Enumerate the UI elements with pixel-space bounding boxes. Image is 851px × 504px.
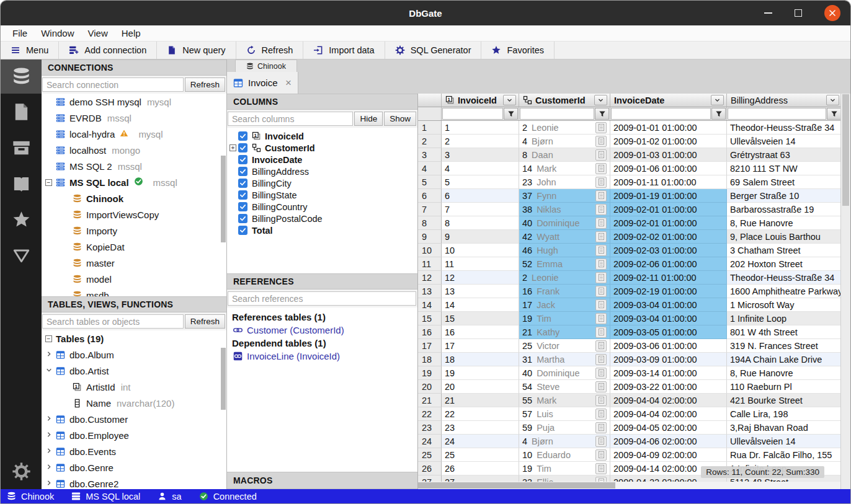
cell-invoiceid[interactable]: 19: [442, 366, 519, 380]
row-number-cell[interactable]: 21: [418, 394, 442, 407]
cell-invoicedate[interactable]: 2009-03-04 01:00:00: [610, 298, 727, 312]
column-menu-button[interactable]: [503, 95, 516, 105]
checkbox-checked[interactable]: [238, 202, 247, 211]
row-number-cell[interactable]: 16: [418, 325, 442, 339]
database-item[interactable]: msdb: [42, 287, 226, 296]
close-button[interactable]: [824, 5, 840, 21]
cell-customerid[interactable]: 59Puja: [519, 421, 610, 435]
cell-invoicedate[interactable]: 2009-04-06 02:00:00: [610, 435, 727, 448]
row-number-cell[interactable]: 10: [418, 244, 442, 257]
cell-billingaddress[interactable]: 319 N. Frances Street: [727, 339, 842, 353]
filter-input-invoiceId[interactable]: [442, 108, 503, 120]
cell-billingaddress[interactable]: 1 Infinite Loop: [727, 312, 842, 325]
row-number-cell[interactable]: 18: [418, 353, 442, 366]
cell-billingaddress[interactable]: Grétrystraat 63: [727, 148, 842, 162]
cell-invoiceid[interactable]: 7: [442, 203, 519, 216]
cell-customerid[interactable]: 57Luis: [519, 407, 610, 421]
cell-invoiceid[interactable]: 26: [442, 462, 519, 475]
connections-scrollbar-thumb[interactable]: [221, 156, 226, 242]
cell-invoicedate[interactable]: 2009-01-02 01:00:00: [610, 135, 727, 148]
document-icon[interactable]: [595, 340, 607, 351]
row-number-cell[interactable]: 11: [418, 257, 442, 271]
cell-invoicedate[interactable]: 2009-01-19 01:00:00: [610, 189, 727, 203]
activity-file[interactable]: [1, 94, 42, 130]
table-item[interactable]: dbo.Events: [42, 443, 226, 459]
document-icon[interactable]: [595, 286, 607, 297]
cell-invoicedate[interactable]: 2009-02-19 01:00:00: [610, 285, 727, 298]
reference-link[interactable]: InvoiceLine (InvoiceId): [232, 350, 417, 363]
cell-billingaddress[interactable]: 8, Rue Hanovre: [727, 366, 842, 380]
column-checkbox-row[interactable]: + CustomerId: [227, 142, 417, 154]
checkbox-checked[interactable]: [238, 214, 247, 223]
table-item[interactable]: −Tables (19): [42, 330, 226, 347]
row-number-cell[interactable]: 9: [418, 230, 442, 244]
cell-invoicedate[interactable]: 2009-01-06 01:00:00: [610, 162, 727, 175]
cell-invoiceid[interactable]: 15: [442, 312, 519, 325]
database-item[interactable]: Importy: [42, 223, 226, 239]
table-item[interactable]: dbo.Genre: [42, 459, 226, 475]
columns-search-input[interactable]: [228, 112, 353, 126]
column-checkbox-row[interactable]: BillingCity: [227, 177, 417, 189]
document-icon[interactable]: [595, 436, 607, 447]
cell-customerid[interactable]: 2Leonie: [519, 121, 610, 135]
document-icon[interactable]: [595, 122, 607, 133]
row-number-cell[interactable]: 26: [418, 462, 442, 475]
document-icon[interactable]: [595, 218, 607, 229]
cell-customerid[interactable]: 52Emma: [519, 257, 610, 271]
table-item[interactable]: dbo.Artist: [42, 363, 226, 379]
cell-invoicedate[interactable]: 2009-02-02 01:00:00: [610, 230, 727, 244]
document-icon[interactable]: [595, 327, 607, 338]
row-number-cell[interactable]: 22: [418, 407, 442, 421]
cell-billingaddress[interactable]: Theodor-Heuss-Straße 34: [727, 121, 842, 135]
cell-invoiceid[interactable]: 5: [442, 175, 519, 189]
cell-billingaddress[interactable]: 3,Raj Bhavan Road: [727, 421, 842, 435]
checkbox-checked[interactable]: [238, 179, 247, 188]
cell-billingaddress[interactable]: 801 W 4th Street: [727, 325, 842, 339]
cell-billingaddress[interactable]: Ullevålsveien 14: [727, 435, 842, 448]
row-number-cell[interactable]: 8: [418, 216, 442, 230]
cell-invoiceid[interactable]: 9: [442, 230, 519, 244]
cell-invoiceid[interactable]: 16: [442, 325, 519, 339]
document-icon[interactable]: [595, 149, 607, 161]
cell-customerid[interactable]: 16Frank: [519, 285, 610, 298]
column-checkbox-row[interactable]: Total: [227, 224, 417, 236]
cell-customerid[interactable]: 23John: [519, 175, 610, 189]
statusbar-chinook[interactable]: Chinook: [7, 492, 54, 502]
cell-billingaddress[interactable]: Ullevålsveien 14: [727, 135, 842, 148]
cell-customerid[interactable]: 25Victor: [519, 339, 610, 353]
cell-customerid[interactable]: 10Eduardo: [519, 448, 610, 462]
column-checkbox-row[interactable]: BillingAddress: [227, 166, 417, 177]
document-icon[interactable]: [595, 395, 607, 406]
row-number-cell[interactable]: 24: [418, 435, 442, 448]
database-item[interactable]: ImportViewsCopy: [42, 206, 226, 223]
filter-funnel-button[interactable]: [711, 108, 726, 120]
cell-invoicedate[interactable]: 2009-02-11 01:00:00: [610, 271, 727, 285]
statusbar-connected[interactable]: Connected: [199, 492, 257, 502]
toolbar-menu-button[interactable]: Menu: [1, 42, 59, 59]
collapse-expander[interactable]: −: [45, 179, 52, 186]
cell-invoicedate[interactable]: 2009-01-03 01:00:00: [610, 148, 727, 162]
column-menu-button[interactable]: [594, 95, 607, 105]
cell-invoiceid[interactable]: 13: [442, 285, 519, 298]
filter-input-customer[interactable]: [520, 108, 594, 120]
document-icon[interactable]: [595, 299, 607, 311]
cell-customerid[interactable]: 4Bjørn: [519, 135, 610, 148]
cell-customerid[interactable]: 8Daan: [519, 148, 610, 162]
cell-invoiceid[interactable]: 3: [442, 148, 519, 162]
connection-item[interactable]: local-hydramysql: [42, 126, 226, 142]
filter-input-invoiceDate[interactable]: [611, 108, 711, 120]
grid-column-header-invoiceDate[interactable]: InvoiceDate: [610, 94, 727, 107]
column-checkbox-row[interactable]: InvoiceDate: [227, 154, 417, 166]
activity-database[interactable]: [1, 60, 42, 94]
cell-customerid[interactable]: 38Niklas: [519, 203, 610, 216]
cell-invoicedate[interactable]: 2009-03-04 01:00:00: [610, 312, 727, 325]
cell-invoicedate[interactable]: 2009-01-11 01:00:00: [610, 175, 727, 189]
database-item[interactable]: model: [42, 271, 226, 287]
cell-customerid[interactable]: 37Fynn: [519, 189, 610, 203]
menu-window[interactable]: Window: [35, 28, 79, 38]
toolbar-add-connection-button[interactable]: Add connection: [59, 42, 157, 59]
cell-customerid[interactable]: 54Steve: [519, 380, 610, 394]
cell-billingaddress[interactable]: 8, Rue Hanovre: [727, 216, 842, 230]
statusbar-user[interactable]: sa: [158, 492, 181, 502]
toolbar-refresh-button[interactable]: Refresh: [236, 42, 304, 59]
